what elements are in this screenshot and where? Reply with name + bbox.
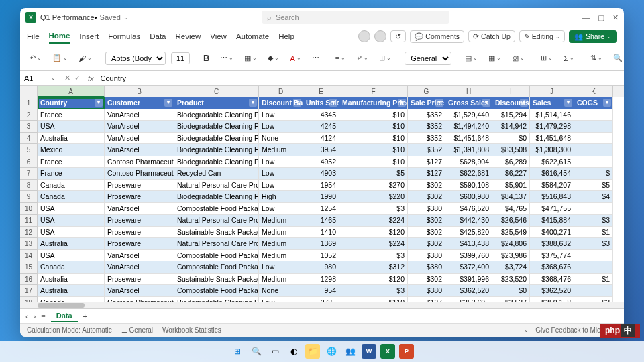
row-header-13[interactable]: 13 [20,238,38,250]
cell[interactable]: Proseware [105,215,174,227]
history-button[interactable]: ↺ [390,30,406,42]
cell[interactable]: Medium [259,227,303,239]
menu-help[interactable]: Help [278,29,294,43]
cell[interactable]: $120 [339,274,408,286]
filter-icon[interactable]: ▾ [603,99,611,107]
cell[interactable]: $120 [339,227,408,239]
font-family-select[interactable]: Aptos (Body) [105,52,166,65]
cell[interactable]: $399,760 [445,250,492,262]
confirm-formula-icon[interactable]: ✓ [74,74,80,82]
cell[interactable]: $10 [339,144,408,156]
cell[interactable]: $375,774 [530,250,574,262]
cell[interactable]: Natural Personal Care Products [174,180,259,192]
table-header-country[interactable]: Country▾ [38,97,105,109]
table-header-product[interactable]: Product▾ [174,97,259,109]
cell[interactable]: 1254 [303,203,339,215]
format-painter-button[interactable]: 🖌⌄ [76,53,95,64]
formula-input[interactable]: Country [97,74,624,82]
taskview-icon[interactable]: ▭ [268,344,282,359]
row-header-10[interactable]: 10 [20,203,38,215]
cell[interactable]: $1,529,440 [445,109,492,121]
cell[interactable]: $415,884 [530,215,574,227]
cell[interactable]: VanArsdel [105,285,174,297]
cell[interactable]: $1,451,648 [530,133,574,145]
row-header-9[interactable]: 9 [20,191,38,203]
cell[interactable]: Low [259,156,303,168]
cell[interactable]: $302 [408,191,445,203]
cell[interactable]: VanArsdel [105,144,174,156]
table-header-units-sold[interactable]: Units Sold▾ [303,97,339,109]
row-header-1[interactable]: 1 [20,97,38,109]
cell[interactable]: 1954 [303,180,339,192]
cell[interactable]: $312 [339,261,408,274]
cell[interactable]: Natural Personal Care Products [174,215,259,227]
cell-styles-button[interactable]: ▧⌄ [509,52,527,64]
cell[interactable]: $622,615 [530,156,574,168]
row-header-7[interactable]: 7 [20,168,38,180]
cell[interactable]: $10 [339,109,408,121]
col-header-F[interactable]: F [339,86,408,97]
cell[interactable]: $6,227 [492,168,530,180]
status-general[interactable]: ☰ General [121,326,153,334]
cell[interactable] [574,109,613,121]
col-header-E[interactable]: E [303,86,339,97]
cell[interactable]: 2785 [303,297,339,302]
cell[interactable]: $ [574,168,613,180]
cell[interactable]: $391,996 [445,274,492,286]
cell[interactable]: $5 [574,180,613,192]
col-header-H[interactable]: H [445,86,492,97]
cell[interactable]: $5 [339,168,408,180]
cell[interactable]: 1298 [303,274,339,286]
font-color-button[interactable]: A⌄ [287,53,303,64]
cell[interactable] [574,285,613,297]
cell[interactable]: 4903 [303,168,339,180]
cell[interactable]: None [259,285,303,297]
cell[interactable]: Australia [38,238,105,250]
cell[interactable]: $10 [339,133,408,145]
sheet-nav-next[interactable]: › [34,312,36,320]
all-sheets-button[interactable]: ≡ [41,312,45,320]
horizontal-scrollbar[interactable] [20,302,624,308]
cell[interactable]: $3,724 [492,261,530,274]
close-button[interactable]: ✕ [612,13,619,22]
border-button[interactable]: ▦⌄ [241,52,260,64]
table-header-sales[interactable]: Sales▾ [530,97,574,109]
table-header-discount-band[interactable]: Discount Band▾ [259,97,303,109]
cell[interactable]: 3954 [303,144,339,156]
cell[interactable]: $352 [408,121,445,133]
user-avatar-2[interactable] [374,30,386,42]
cell[interactable]: VanArsdel [105,250,174,262]
search-input[interactable]: ⌕ Search [262,11,449,24]
cell[interactable]: $3 [574,297,613,302]
cell[interactable]: USA [38,227,105,239]
col-header-B[interactable]: B [105,86,174,97]
row-header-16[interactable]: 16 [20,274,38,286]
menu-home[interactable]: Home [49,29,70,44]
name-box[interactable]: A1⌄ [20,74,60,82]
cell[interactable] [574,121,613,133]
cell[interactable]: Proseware [105,191,174,203]
autosum-button[interactable]: Σ⌄ [561,53,577,64]
cell[interactable]: Recycled Can [174,168,259,180]
cell[interactable]: $388,632 [530,238,574,250]
cell[interactable]: $622,681 [445,168,492,180]
table-header-cogs[interactable]: COGS▾ [574,97,613,109]
row-header-8[interactable]: 8 [20,180,38,192]
cell[interactable]: Biodegradable Cleaning Products [174,109,259,121]
cell[interactable]: $23,986 [492,250,530,262]
cell[interactable]: VanArsdel [105,261,174,274]
editing-mode-button[interactable]: ✎ Editing ⌄ [519,30,565,42]
cell[interactable]: Australia [38,285,105,297]
merge-button[interactable]: ⊞⌄ [376,52,394,64]
cell[interactable]: Contoso Pharmaceuticals [105,168,174,180]
cell[interactable]: 1990 [303,191,339,203]
cell[interactable]: $3 [339,203,408,215]
cell[interactable]: $0 [492,133,530,145]
cell[interactable]: $1,514,146 [530,109,574,121]
cell[interactable]: Biodegradable Cleaning Products [174,144,259,156]
cell[interactable]: $616,454 [530,168,574,180]
cell[interactable]: $3,537 [492,297,530,302]
cell[interactable]: France [38,109,105,121]
table-header-customer[interactable]: Customer▾ [105,97,174,109]
wrap-button[interactable]: ⤶⌄ [354,52,371,64]
